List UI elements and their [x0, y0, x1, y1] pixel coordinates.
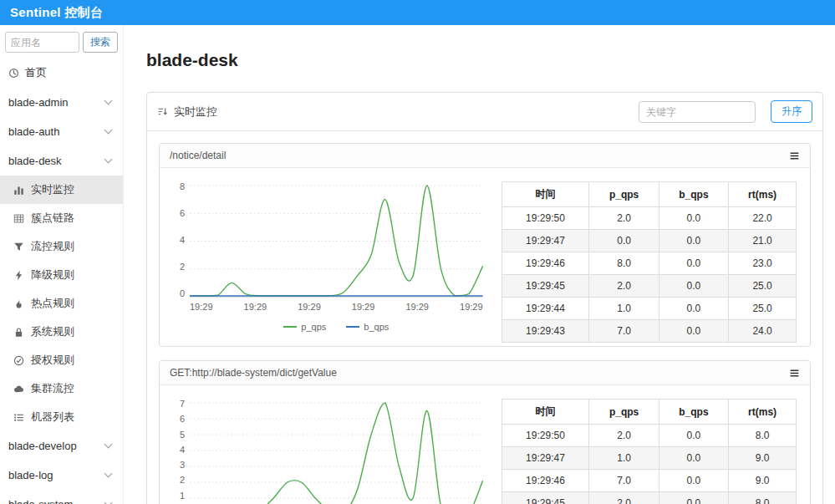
- realtime-panel: 实时监控 升序 /notice/detail: [146, 92, 823, 504]
- table-row: 19:29:471.00.09.0: [502, 447, 796, 470]
- y-tick-label: 2: [180, 475, 185, 485]
- home-icon: [8, 68, 19, 79]
- table-icon: [13, 213, 24, 224]
- sort-ascending-button[interactable]: 升序: [771, 100, 812, 123]
- filter-icon: [13, 242, 24, 252]
- table-cell: 19:29:46: [502, 252, 589, 275]
- table-row: 19:29:502.00.022.0: [502, 207, 796, 230]
- panel-body: /notice/detail 86420: [147, 131, 822, 504]
- app-window: Sentinel 控制台 搜索 首页blade-adminblade-authb…: [0, 0, 835, 504]
- sidebar-group-blade-desk[interactable]: blade-desk: [0, 146, 123, 176]
- table-header-row: 时间p_qpsb_qpsrt(ms): [502, 400, 796, 425]
- menu-icon[interactable]: [789, 368, 800, 379]
- y-tick-label: 4: [180, 445, 185, 455]
- fire-icon: [13, 298, 24, 309]
- legend-item[interactable]: p_qps: [283, 322, 326, 332]
- sidebar-item-cluster-link[interactable]: 簇点链路: [0, 204, 123, 232]
- sidebar-item-label: 系统规则: [31, 324, 74, 339]
- legend-label: b_qps: [364, 322, 389, 332]
- table-cell: 19:29:50: [502, 207, 589, 230]
- chevron-down-icon: [104, 499, 113, 504]
- sidebar-item-system-rules[interactable]: 系统规则: [0, 318, 123, 346]
- column-header: rt(ms): [729, 182, 797, 207]
- table-cell: 21.0: [729, 230, 797, 252]
- table-cell: 19:29:45: [502, 492, 589, 504]
- chart-plot-area: [190, 399, 483, 504]
- sidebar-group-label: blade-desk: [8, 155, 62, 167]
- sidebar-item-home[interactable]: 首页: [0, 58, 123, 88]
- table-cell: 19:29:43: [502, 320, 589, 343]
- app-search-input[interactable]: [5, 32, 79, 53]
- x-tick-label: 19:29: [298, 302, 321, 312]
- table-cell: 19:29:47: [502, 447, 589, 470]
- check-circle-icon: [13, 355, 24, 366]
- x-tick-label: 19:29: [190, 302, 213, 312]
- chevron-down-icon: [104, 126, 113, 135]
- table-cell: 7.0: [589, 470, 659, 492]
- table-cell: 8.0: [589, 252, 659, 275]
- chevron-down-icon: [104, 155, 113, 164]
- sidebar-group-blade-auth[interactable]: blade-auth: [0, 117, 123, 146]
- table-cell: 2.0: [589, 207, 659, 230]
- table-cell: 1.0: [589, 298, 659, 320]
- sidebar-item-degrade-rules[interactable]: 降级规则: [0, 261, 123, 289]
- table-row: 19:29:452.00.025.0: [502, 275, 796, 298]
- table-cell: 9.0: [729, 470, 797, 492]
- column-header: 时间: [502, 182, 589, 207]
- sidebar-item-machine-list[interactable]: 机器列表: [0, 403, 123, 431]
- table-cell: 8.0: [729, 492, 797, 504]
- table-cell: 0.0: [659, 447, 728, 470]
- table-row: 19:29:468.00.023.0: [502, 252, 796, 275]
- x-tick-label: 19:29: [352, 302, 375, 312]
- resource-title: GET:http://blade-system/dict/getValue: [170, 367, 337, 379]
- app-title: Sentinel 控制台: [10, 5, 103, 21]
- qps-chart: 86420 19:2919:2919:2919:2919:2919:29 p_q…: [165, 181, 483, 339]
- resource-title: /notice/detail: [170, 150, 226, 161]
- legend-label: p_qps: [301, 322, 326, 332]
- legend-swatch: [283, 326, 297, 328]
- sidebar-item-flow-rules[interactable]: 流控规则: [0, 232, 123, 261]
- sidebar-item-cluster-flow[interactable]: 集群流控: [0, 374, 123, 403]
- sidebar-item-label: 降级规则: [31, 267, 74, 283]
- table-cell: 2.0: [589, 492, 659, 504]
- table-cell: 23.0: [729, 252, 797, 275]
- sidebar-nav: 首页blade-adminblade-authblade-desk实时监控簇点链…: [0, 58, 123, 504]
- table-cell: 0.0: [659, 470, 728, 492]
- sidebar-item-label: 集群流控: [31, 381, 74, 396]
- sidebar-group-blade-develop[interactable]: blade-develop: [0, 431, 123, 461]
- y-tick-label: 4: [180, 235, 185, 245]
- resource-card: GET:http://blade-system/dict/getValue 76…: [159, 360, 811, 504]
- table-row: 19:29:441.00.025.0: [502, 298, 796, 320]
- x-tick-label: 19:29: [405, 302, 429, 312]
- sidebar-group-label: blade-develop: [8, 440, 77, 452]
- table-cell: 0.0: [659, 207, 728, 230]
- search-button[interactable]: 搜索: [83, 32, 118, 53]
- resource-card-header: GET:http://blade-system/dict/getValue: [160, 361, 810, 385]
- x-tick-label: 19:29: [460, 302, 483, 312]
- panel-actions: 升序: [639, 100, 812, 123]
- legend-item[interactable]: b_qps: [346, 322, 389, 332]
- sidebar-group-blade-system[interactable]: blade-system: [0, 490, 123, 504]
- table-cell: 22.0: [729, 207, 797, 230]
- table-row: 19:29:452.00.08.0: [502, 492, 796, 504]
- table-cell: 1.0: [589, 447, 659, 470]
- table-cell: 0.0: [659, 320, 728, 343]
- sidebar-item-label: 授权规则: [31, 353, 74, 368]
- table-header-row: 时间p_qpsb_qpsrt(ms): [502, 182, 796, 207]
- sidebar-item-label: 机器列表: [31, 410, 74, 425]
- table-cell: 0.0: [659, 425, 728, 447]
- sidebar-item-hotspot-rules[interactable]: 热点规则: [0, 289, 123, 318]
- sidebar-group-blade-log[interactable]: blade-log: [0, 461, 123, 490]
- table-cell: 19:29:47: [502, 230, 589, 252]
- page-title: blade-desk: [146, 50, 823, 70]
- sidebar: 搜索 首页blade-adminblade-authblade-desk实时监控…: [0, 25, 124, 504]
- table-cell: 19:29:44: [502, 298, 589, 320]
- menu-icon[interactable]: [789, 150, 800, 161]
- keyword-input[interactable]: [639, 101, 756, 123]
- table-cell: 25.0: [729, 298, 797, 320]
- sidebar-item-realtime-monitor[interactable]: 实时监控: [0, 176, 123, 204]
- sidebar-item-authority-rules[interactable]: 授权规则: [0, 346, 123, 374]
- sidebar-group-blade-admin[interactable]: blade-admin: [0, 88, 123, 117]
- y-tick-label: 1: [180, 491, 185, 501]
- sidebar-item-label: 实时监控: [31, 182, 74, 197]
